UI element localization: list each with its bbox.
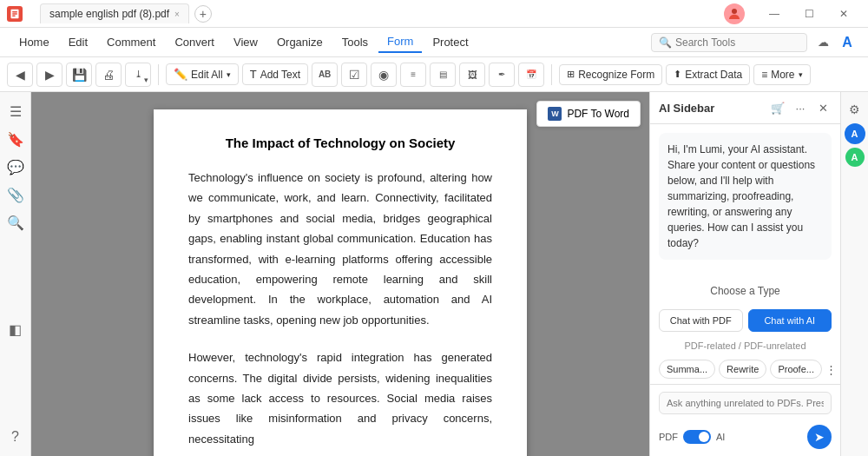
ai-sidebar-title: AI Sidebar bbox=[659, 102, 769, 115]
menu-comment[interactable]: Comment bbox=[98, 32, 164, 52]
ai-chat-area[interactable]: Hi, I'm Lumi, your AI assistant. Share y… bbox=[650, 124, 840, 278]
right-ai-green-icon[interactable]: A bbox=[845, 148, 865, 167]
form-toolbar: ◀ ▶ 💾 🖨 ⤓ ▾ ✏️ Edit All ▾ T Add Text AB … bbox=[0, 57, 868, 92]
ai-send-button[interactable]: ➤ bbox=[807, 425, 832, 449]
right-settings-icon[interactable]: ⚙ bbox=[845, 99, 865, 120]
recognize-icon: ⊞ bbox=[567, 69, 575, 80]
sidebar-layers-icon[interactable]: ◧ bbox=[3, 318, 28, 342]
ai-action-row: Summa... Rewrite Proofe... ⋮ bbox=[650, 354, 840, 384]
menu-tools[interactable]: Tools bbox=[333, 32, 377, 52]
extract-data-button[interactable]: ⬆ Extract Data bbox=[666, 64, 750, 85]
sidebar-attachment-icon[interactable]: 📎 bbox=[3, 182, 28, 207]
dropdown-icon-btn[interactable]: ▤ bbox=[430, 63, 456, 87]
search-tools-input[interactable] bbox=[675, 36, 799, 49]
ai-sidebar: AI Sidebar 🛒 ··· ✕ Hi, I'm Lumi, your AI… bbox=[649, 92, 840, 456]
ai-badge-icon[interactable]: A bbox=[837, 32, 858, 53]
active-tab[interactable]: sample english pdf (8).pdf × bbox=[40, 3, 189, 23]
toolbar-divider-2 bbox=[551, 64, 552, 85]
cloud-icon[interactable]: ☁ bbox=[812, 32, 833, 53]
listbox-icon-btn[interactable]: ≡ bbox=[400, 63, 426, 87]
menu-protect[interactable]: Protect bbox=[424, 32, 477, 52]
checkbox-icon-btn[interactable]: ☑ bbox=[341, 63, 367, 87]
ai-close-icon[interactable]: ✕ bbox=[814, 99, 832, 116]
avatar bbox=[724, 3, 745, 24]
pdf-to-word-button[interactable]: W PDF To Word bbox=[536, 101, 641, 127]
menubar: Home Edit Comment Convert View Organize … bbox=[0, 28, 868, 57]
maximize-button[interactable]: ☐ bbox=[792, 0, 826, 28]
more-icon: ≡ bbox=[761, 69, 767, 81]
tab-title: sample english pdf (8).pdf bbox=[49, 8, 169, 20]
right-mini-sidebar: ⚙ A A bbox=[840, 92, 868, 456]
toolbar-divider-1 bbox=[158, 64, 159, 85]
nav-back-button[interactable]: ◀ bbox=[7, 63, 33, 87]
main-content: ☰ 🔖 💬 📎 🔍 ◧ ? W PDF To Word The Impact o… bbox=[0, 92, 868, 456]
save-button[interactable]: 💾 bbox=[66, 63, 92, 87]
sidebar-search-icon[interactable]: 🔍 bbox=[3, 210, 28, 235]
pdf-paragraph-2: However, technology's rapid integration … bbox=[188, 347, 492, 449]
signature-icon-btn[interactable]: ✒ bbox=[489, 63, 515, 87]
ai-summarize-button[interactable]: Summa... bbox=[659, 360, 715, 379]
radio-icon-btn[interactable]: ◉ bbox=[371, 63, 397, 87]
ai-proofread-button[interactable]: Proofe... bbox=[770, 360, 822, 379]
ai-chat-input[interactable] bbox=[659, 392, 832, 414]
svg-rect-2 bbox=[12, 13, 17, 15]
menu-convert[interactable]: Convert bbox=[166, 32, 223, 52]
add-text-button[interactable]: T Add Text bbox=[242, 63, 308, 85]
add-text-icon: T bbox=[250, 68, 257, 81]
text-field-icon-btn[interactable]: AB bbox=[312, 63, 338, 87]
close-button[interactable]: ✕ bbox=[826, 0, 861, 28]
ai-rewrite-button[interactable]: Rewrite bbox=[719, 360, 766, 379]
svg-rect-3 bbox=[12, 15, 16, 17]
app-icon bbox=[7, 6, 23, 22]
pdf-viewer[interactable]: W PDF To Word The Impact of Technology o… bbox=[31, 92, 649, 456]
ai-input-area bbox=[650, 384, 840, 421]
sidebar-help-icon[interactable]: ? bbox=[3, 425, 28, 449]
menu-home[interactable]: Home bbox=[10, 32, 58, 52]
ai-header-icons: 🛒 ··· ✕ bbox=[769, 99, 832, 116]
menu-edit[interactable]: Edit bbox=[60, 32, 96, 52]
ai-action-more-icon[interactable]: ⋮ bbox=[825, 360, 837, 378]
image-icon-btn[interactable]: 🖼 bbox=[459, 63, 485, 87]
chat-with-ai-button[interactable]: Chat with AI bbox=[748, 309, 832, 332]
ai-type-buttons: Chat with PDF Chat with AI bbox=[650, 304, 840, 337]
sidebar-annotation-icon[interactable]: 💬 bbox=[3, 155, 28, 179]
search-tools-container[interactable]: 🔍 bbox=[651, 33, 807, 52]
right-ai-blue-icon[interactable]: A bbox=[845, 123, 865, 144]
edit-all-button[interactable]: ✏️ Edit All ▾ bbox=[166, 63, 239, 85]
left-sidebar: ☰ 🔖 💬 📎 🔍 ◧ ? bbox=[0, 92, 31, 456]
nav-forward-button[interactable]: ▶ bbox=[36, 63, 62, 87]
more-arrow: ▾ bbox=[799, 70, 803, 79]
pdf-page: The Impact of Technology on Society Tech… bbox=[154, 109, 527, 456]
extract-icon: ⬆ bbox=[674, 69, 681, 80]
menu-form[interactable]: Form bbox=[378, 31, 422, 53]
recognize-form-button[interactable]: ⊞ Recognize Form bbox=[559, 64, 662, 85]
pdf-overlay-toolbar: W PDF To Word bbox=[536, 101, 641, 127]
chat-with-pdf-button[interactable]: Chat with PDF bbox=[659, 309, 743, 332]
toggle-slider bbox=[683, 430, 711, 444]
sidebar-bookmark-icon[interactable]: 🔖 bbox=[3, 127, 28, 151]
pdf-body: Technology's influence on society is pro… bbox=[188, 168, 492, 449]
pdf-to-word-label: PDF To Word bbox=[567, 108, 629, 120]
menu-view[interactable]: View bbox=[225, 32, 266, 52]
titlebar: sample english pdf (8).pdf × + — ☐ ✕ bbox=[0, 0, 868, 28]
window-controls: — ☐ ✕ bbox=[757, 0, 861, 28]
date-icon-btn[interactable]: 📅 bbox=[518, 63, 544, 87]
ai-ai-toggle-label: AI bbox=[716, 432, 725, 442]
pdf-title: The Impact of Technology on Society bbox=[188, 135, 492, 150]
ai-more-icon[interactable]: ··· bbox=[792, 99, 809, 116]
ai-pdf-ai-toggle[interactable] bbox=[683, 430, 711, 444]
new-tab-button[interactable]: + bbox=[194, 5, 212, 23]
minimize-button[interactable]: — bbox=[757, 0, 792, 28]
edit-all-label: Edit All bbox=[191, 69, 223, 81]
tab-close-icon[interactable]: × bbox=[174, 10, 180, 19]
sidebar-thumbnail-icon[interactable]: ☰ bbox=[3, 99, 28, 123]
tab-bar: sample english pdf (8).pdf × bbox=[36, 3, 189, 23]
more-button[interactable]: ≡ More ▾ bbox=[753, 64, 810, 85]
download-button[interactable]: ⤓ ▾ bbox=[125, 63, 151, 87]
menu-organize[interactable]: Organize bbox=[268, 32, 332, 52]
ai-toggle-row: PDF AI ➤ bbox=[650, 421, 840, 456]
ai-cart-icon[interactable]: 🛒 bbox=[769, 99, 786, 116]
print-button[interactable]: 🖨 bbox=[95, 63, 122, 87]
ai-choose-type-label: Choose a Type bbox=[650, 278, 840, 304]
ai-sidebar-header: AI Sidebar 🛒 ··· ✕ bbox=[650, 92, 840, 124]
